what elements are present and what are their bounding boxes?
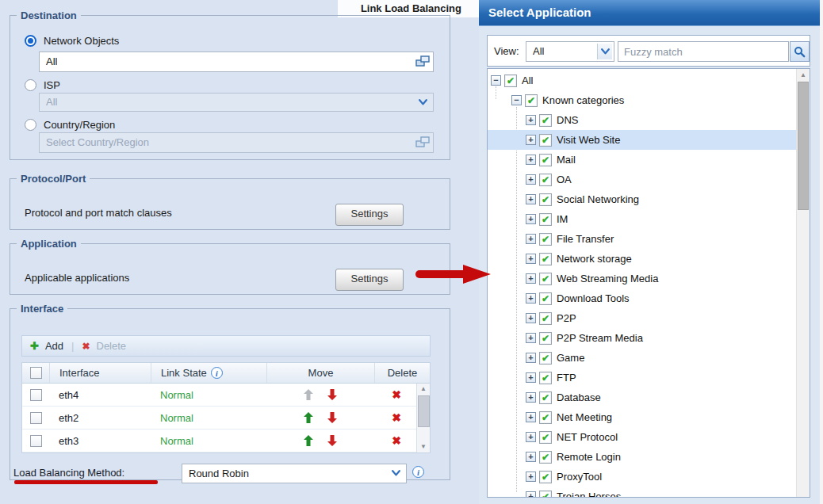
lbm-chevron-icon[interactable]: [387, 465, 404, 481]
country-field[interactable]: Select Country/Region: [39, 132, 434, 153]
tree-checkbox[interactable]: ✔: [539, 352, 552, 365]
tree-checkbox[interactable]: ✔: [539, 273, 552, 285]
tree-checkbox[interactable]: ✔: [539, 372, 552, 384]
isp-select[interactable]: All: [39, 93, 434, 112]
tree-checkbox[interactable]: ✔: [539, 451, 552, 464]
delete-row-icon[interactable]: ✖: [392, 389, 401, 400]
expand-toggle-icon[interactable]: +: [526, 254, 536, 264]
protocol-port-settings-button[interactable]: Settings: [335, 204, 404, 226]
expand-toggle-icon[interactable]: +: [526, 452, 536, 462]
tree-item[interactable]: + ✔ DNS: [488, 110, 797, 130]
table-scrollbar-thumb[interactable]: [418, 395, 430, 427]
expand-toggle-icon[interactable]: +: [526, 491, 536, 498]
tree-item[interactable]: + ✔ NET Protocol: [488, 427, 797, 447]
tree-item[interactable]: + ✔ IM: [488, 209, 797, 229]
delete-icon[interactable]: ✖: [82, 341, 90, 352]
add-icon[interactable]: ✚: [30, 340, 39, 352]
tree-item[interactable]: + ✔ Visit Web Site: [488, 130, 797, 150]
tree-item[interactable]: + ✔ OA: [488, 170, 797, 189]
tree-checkbox[interactable]: ✔: [539, 174, 552, 186]
tree-checkbox[interactable]: ✔: [539, 134, 552, 147]
expand-toggle-icon[interactable]: +: [526, 353, 536, 363]
tree-checkbox[interactable]: ✔: [539, 491, 552, 498]
tree-item[interactable]: + ✔ Web Streaming Media: [488, 269, 797, 288]
delete-row-icon[interactable]: ✖: [392, 435, 401, 446]
tree-item[interactable]: − ✔ All: [488, 71, 797, 90]
expand-toggle-icon[interactable]: +: [526, 194, 536, 204]
tree-checkbox[interactable]: ✔: [539, 471, 552, 483]
tree-checkbox[interactable]: ✔: [539, 292, 552, 305]
expand-toggle-icon[interactable]: +: [526, 333, 536, 343]
tree-item[interactable]: + ✔ Social Networking: [488, 189, 797, 209]
tree-checkbox[interactable]: ✔: [539, 154, 552, 166]
expand-toggle-icon[interactable]: +: [526, 174, 536, 185]
view-chevron-icon[interactable]: [597, 44, 612, 59]
move-up-icon[interactable]: [304, 389, 313, 400]
select-all-checkbox[interactable]: [30, 367, 42, 379]
scroll-up-icon[interactable]: ▲: [797, 69, 810, 82]
tree-item[interactable]: + ✔ FTP: [488, 368, 797, 388]
country-radio[interactable]: [25, 119, 36, 131]
load-balancing-method-select[interactable]: Round Robin: [182, 464, 407, 483]
tree-checkbox[interactable]: ✔: [539, 253, 552, 265]
search-input[interactable]: [618, 41, 789, 62]
tree-item[interactable]: + ✔ Mail: [488, 150, 797, 170]
expand-toggle-icon[interactable]: +: [526, 135, 536, 145]
tree-item[interactable]: + ✔ P2P Stream Media: [488, 328, 797, 348]
tree-item[interactable]: − ✔ Known categories: [488, 90, 797, 110]
tree-item[interactable]: + ✔ Database: [488, 388, 797, 407]
country-picker-icon[interactable]: [414, 135, 431, 151]
expand-toggle-icon[interactable]: +: [526, 372, 536, 383]
expand-toggle-icon[interactable]: −: [511, 95, 522, 105]
tree-checkbox[interactable]: ✔: [539, 213, 552, 226]
network-objects-picker-icon[interactable]: [414, 54, 431, 70]
expand-toggle-icon[interactable]: +: [526, 115, 536, 125]
expand-toggle-icon[interactable]: +: [526, 155, 536, 165]
delete-row-icon[interactable]: ✖: [392, 412, 401, 423]
tree-checkbox[interactable]: ✔: [539, 114, 552, 127]
tree-item[interactable]: + ✔ Download Tools: [488, 288, 797, 308]
add-button[interactable]: Add: [45, 340, 63, 352]
tree-checkbox[interactable]: ✔: [504, 74, 517, 87]
load-balancing-info-icon[interactable]: i: [412, 466, 424, 478]
isp-chevron-icon[interactable]: [414, 94, 431, 110]
tree-item[interactable]: + ✔ Net Meeting: [488, 407, 797, 427]
move-up-icon[interactable]: [304, 412, 313, 423]
expand-toggle-icon[interactable]: −: [491, 75, 501, 86]
network-objects-field[interactable]: All: [39, 52, 434, 72]
network-objects-radio[interactable]: [25, 35, 36, 47]
expand-toggle-icon[interactable]: +: [526, 412, 536, 422]
tree-scrollbar[interactable]: ▲: [796, 69, 810, 497]
isp-radio[interactable]: [25, 79, 36, 91]
tree-checkbox[interactable]: ✔: [525, 94, 538, 107]
table-scrollbar[interactable]: ▲ ▼: [416, 384, 430, 452]
tree-checkbox[interactable]: ✔: [539, 431, 552, 444]
move-down-icon[interactable]: [327, 389, 337, 400]
move-down-icon[interactable]: [327, 435, 337, 446]
tree-item[interactable]: + ✔ Network storage: [488, 249, 797, 269]
tree-checkbox[interactable]: ✔: [539, 332, 552, 345]
tree-item[interactable]: + ✔ Game: [488, 348, 797, 368]
tree-item[interactable]: + ✔ Trojan Horses: [488, 487, 797, 498]
row-checkbox[interactable]: [30, 435, 42, 447]
tree-checkbox[interactable]: ✔: [539, 411, 552, 424]
move-up-icon[interactable]: [304, 435, 313, 446]
move-down-icon[interactable]: [327, 412, 337, 423]
tree-item[interactable]: + ✔ ProxyTool: [488, 467, 797, 487]
search-button[interactable]: [790, 41, 810, 62]
application-settings-button[interactable]: Settings: [335, 269, 404, 291]
expand-toggle-icon[interactable]: +: [526, 392, 536, 403]
expand-toggle-icon[interactable]: +: [526, 472, 536, 482]
link-state-info-icon[interactable]: i: [211, 367, 223, 379]
expand-toggle-icon[interactable]: +: [526, 432, 536, 442]
tree-scrollbar-thumb[interactable]: [798, 82, 809, 210]
delete-button[interactable]: Delete: [97, 340, 127, 352]
row-checkbox[interactable]: [30, 412, 42, 424]
scroll-up-icon[interactable]: ▲: [417, 384, 430, 395]
expand-toggle-icon[interactable]: +: [526, 293, 536, 304]
expand-toggle-icon[interactable]: +: [526, 313, 536, 323]
row-checkbox[interactable]: [30, 389, 42, 401]
tree-item[interactable]: + ✔ Remote Login: [488, 447, 797, 467]
tree-checkbox[interactable]: ✔: [539, 233, 552, 246]
tree-item[interactable]: + ✔ File Transfer: [488, 229, 797, 249]
